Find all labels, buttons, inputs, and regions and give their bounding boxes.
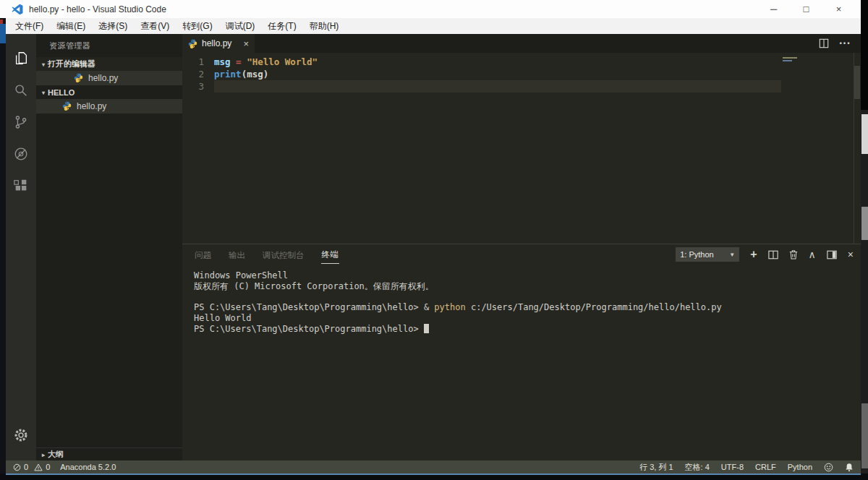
open-editors-section-header[interactable]: ▾ 打开的编辑器	[36, 57, 182, 71]
terminal-line: Windows PowerShell	[194, 270, 861, 281]
terminal-prompt-line: PS C:\Users\Tang\Desktop\Programming\hel…	[194, 324, 861, 335]
terminal-line: 版权所有 (C) Microsoft Corporation。保留所有权利。	[194, 281, 861, 292]
editor-area: hello.py × ··· 1	[182, 34, 861, 244]
split-terminal-icon[interactable]	[768, 250, 778, 260]
explorer-icon[interactable]	[6, 43, 36, 74]
terminal-command-line: PS C:\Users\Tang\Desktop\Programming\hel…	[194, 302, 861, 313]
tab-close-icon[interactable]: ×	[243, 38, 249, 49]
menu-item-go[interactable]: 转到(G)	[176, 19, 218, 34]
python-file-icon	[74, 73, 84, 83]
code-line-2: 2 print(msg)	[182, 68, 861, 80]
line-number: 2	[182, 68, 214, 80]
status-bar: 0 0 Anaconda 5.2.0 行 3, 列 1 空格: 4 UTF-8 …	[6, 460, 861, 473]
desktop-background-left	[0, 0, 6, 480]
split-editor-icon[interactable]	[819, 38, 829, 48]
search-icon[interactable]	[6, 74, 36, 106]
encoding-status[interactable]: UTF-8	[721, 463, 744, 471]
terminal-output[interactable]: Windows PowerShell 版权所有 (C) Microsoft Co…	[182, 265, 861, 460]
more-actions-icon[interactable]: ···	[839, 37, 851, 50]
warning-icon	[34, 463, 43, 471]
dropdown-arrow-icon: ▼	[729, 252, 735, 258]
menu-item-selection[interactable]: 选择(S)	[92, 19, 134, 34]
language-mode-status[interactable]: Python	[788, 463, 812, 471]
chevron-expanded-icon: ▾	[40, 61, 48, 67]
menu-item-tasks[interactable]: 任务(T)	[261, 19, 302, 34]
tab-hello-py[interactable]: hello.py ×	[182, 34, 255, 53]
extensions-icon[interactable]	[6, 170, 36, 202]
menu-item-edit[interactable]: 编辑(E)	[50, 19, 92, 34]
window-controls: ─ □ ×	[757, 4, 855, 14]
open-editor-item-hello-py[interactable]: hello.py	[36, 71, 182, 85]
file-label: hello.py	[77, 101, 106, 111]
terminal-cursor	[424, 324, 429, 333]
tab-debug-console[interactable]: 调试控制台	[262, 246, 305, 264]
source-control-icon[interactable]	[6, 106, 36, 138]
move-panel-icon[interactable]	[827, 250, 837, 260]
minimap[interactable]	[783, 57, 799, 63]
menu-item-debug[interactable]: 调试(D)	[219, 19, 262, 34]
minimize-button[interactable]: ─	[757, 4, 790, 14]
eol-status[interactable]: CRLF	[755, 463, 776, 471]
menu-item-help[interactable]: 帮助(H)	[303, 19, 346, 34]
tab-label: hello.py	[202, 38, 231, 48]
desktop-background-bottom	[0, 473, 868, 480]
close-button[interactable]: ×	[822, 4, 855, 14]
close-panel-icon[interactable]: ×	[848, 249, 854, 260]
desktop-background-right	[861, 0, 868, 480]
menu-bar: 文件(F) 编辑(E) 选择(S) 查看(V) 转到(G) 调试(D) 任务(T…	[6, 18, 861, 34]
vscode-window: hello.py - hello - Visual Studio Code ─ …	[6, 0, 861, 473]
tab-terminal[interactable]: 终端	[321, 245, 339, 264]
menu-item-view[interactable]: 查看(V)	[134, 19, 176, 34]
code-line-1: 1 msg = "Hello World"	[182, 56, 861, 68]
editor-tab-bar: hello.py × ···	[182, 34, 861, 53]
indentation-status[interactable]: 空格: 4	[685, 462, 710, 473]
terminal-instance-select[interactable]: 1: Python ▼	[676, 247, 739, 262]
anaconda-status[interactable]: Anaconda 5.2.0	[60, 463, 116, 471]
bottom-panel: 问题 输出 调试控制台 终端 1: Python ▼ +	[182, 244, 861, 460]
title-bar: hello.py - hello - Visual Studio Code ─ …	[6, 0, 861, 18]
sidebar-title: 资源管理器	[36, 34, 182, 57]
menu-item-file[interactable]: 文件(F)	[9, 19, 50, 34]
window-title: hello.py - hello - Visual Studio Code	[29, 4, 166, 14]
problems-status[interactable]: 0 0	[13, 463, 50, 471]
panel-header: 问题 输出 调试控制台 终端 1: Python ▼ +	[182, 244, 861, 265]
python-file-icon	[188, 39, 197, 48]
explorer-sidebar: 资源管理器 ▾ 打开的编辑器 hello.py ▾ HELLO	[36, 34, 182, 460]
python-file-icon	[62, 101, 72, 111]
tab-output[interactable]: 输出	[228, 246, 246, 264]
file-item-hello-py[interactable]: hello.py	[36, 99, 182, 113]
code-editor[interactable]: 1 msg = "Hello World" 2 print(msg) 3	[182, 53, 861, 244]
chevron-expanded-icon: ▾	[40, 89, 48, 95]
chevron-collapsed-icon: ▸	[40, 451, 48, 458]
feedback-smiley-icon[interactable]	[824, 463, 833, 472]
error-icon	[13, 463, 21, 471]
maximize-panel-icon[interactable]: ∧	[809, 249, 816, 260]
maximize-button[interactable]: □	[790, 4, 822, 14]
new-terminal-icon[interactable]: +	[750, 249, 757, 260]
line-number: 1	[182, 56, 214, 68]
notifications-bell-icon[interactable]	[845, 463, 854, 472]
outline-section-header[interactable]: ▸ 大纲	[36, 447, 182, 460]
editor-scrollbar[interactable]	[854, 53, 861, 244]
desktop: hello.py - hello - Visual Studio Code ─ …	[0, 0, 868, 480]
tab-problems[interactable]: 问题	[194, 246, 212, 264]
vscode-logo-icon	[12, 4, 23, 15]
activity-bar	[6, 34, 36, 460]
debug-icon[interactable]	[6, 138, 36, 170]
settings-gear-icon[interactable]	[6, 427, 36, 443]
folder-section-header[interactable]: ▾ HELLO	[36, 85, 182, 99]
code-line-3-current: 3	[182, 80, 861, 93]
file-label: hello.py	[88, 73, 118, 83]
line-number: 3	[182, 80, 214, 93]
terminal-line: Hello World	[194, 313, 861, 324]
cursor-position-status[interactable]: 行 3, 列 1	[639, 462, 673, 473]
kill-terminal-icon[interactable]	[789, 249, 798, 260]
